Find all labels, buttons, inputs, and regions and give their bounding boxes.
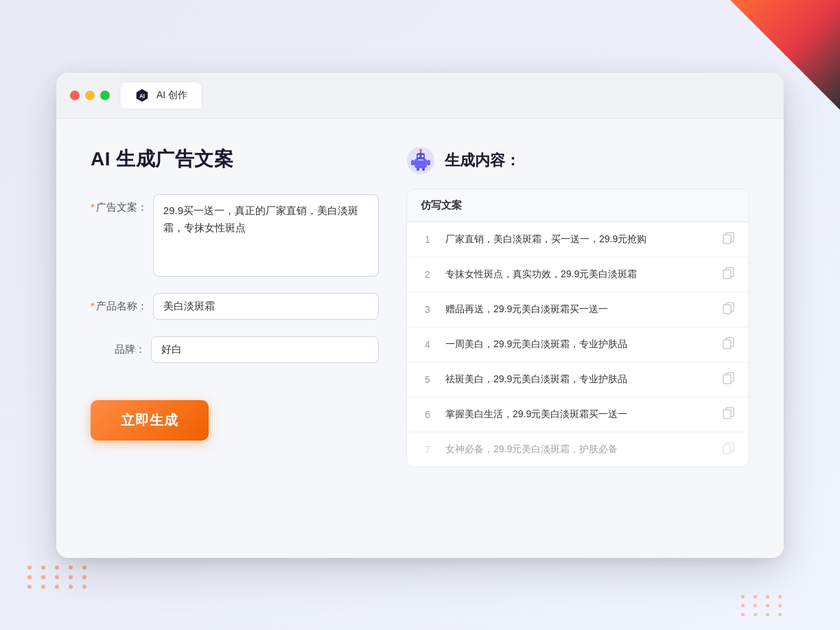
- result-rows-container: 1厂家直销，美白淡斑霜，买一送一，29.9元抢购 2专抹女性斑点，真实功效，29…: [407, 222, 749, 467]
- traffic-lights: [70, 91, 110, 100]
- svg-rect-17: [723, 270, 731, 279]
- table-row: 4一周美白，29.9元美白淡斑霜，专业护肤品: [407, 327, 749, 362]
- svg-rect-19: [723, 305, 731, 314]
- svg-rect-10: [411, 160, 415, 165]
- table-row: 7女神必备，29.9元美白淡斑霜，护肤必备: [407, 432, 749, 467]
- row-number: 6: [421, 409, 434, 420]
- result-table: 仿写文案 1厂家直销，美白淡斑霜，买一送一，29.9元抢购 2专抹女性斑点，真实…: [406, 189, 749, 467]
- active-tab[interactable]: AI AI 创作: [121, 82, 201, 108]
- row-number: 7: [421, 444, 434, 455]
- result-header: 生成内容：: [406, 146, 749, 175]
- required-mark-ad: *: [91, 201, 95, 213]
- maximize-button[interactable]: [100, 91, 110, 100]
- ad-copy-input[interactable]: 29.9买一送一，真正的厂家直销，美白淡斑霜，专抹女性斑点: [153, 194, 379, 277]
- title-bar: AI AI 创作: [56, 73, 784, 119]
- ai-tab-icon: AI: [135, 88, 150, 103]
- decorative-dots-bl: [27, 565, 91, 589]
- svg-rect-21: [723, 340, 731, 349]
- row-number: 1: [421, 234, 434, 245]
- table-row: 6掌握美白生活，29.9元美白淡斑霜买一送一: [407, 397, 749, 432]
- row-text: 女神必备，29.9元美白淡斑霜，护肤必备: [445, 442, 712, 456]
- copy-icon[interactable]: [723, 302, 735, 317]
- robot-icon: [406, 146, 435, 175]
- table-header: 仿写文案: [407, 189, 749, 222]
- svg-rect-23: [723, 375, 731, 384]
- right-panel: 生成内容： 仿写文案 1厂家直销，美白淡斑霜，买一送一，29.9元抢购 2专抹女…: [406, 146, 749, 530]
- close-button[interactable]: [70, 91, 80, 100]
- product-name-row: *产品名称：: [91, 293, 379, 320]
- ad-copy-label: *广告文案：: [91, 194, 148, 214]
- ad-copy-row: *广告文案： 29.9买一送一，真正的厂家直销，美白淡斑霜，专抹女性斑点: [91, 194, 379, 277]
- svg-rect-9: [418, 159, 423, 161]
- row-number: 4: [421, 339, 434, 350]
- copy-icon[interactable]: [723, 232, 735, 247]
- table-row: 5祛斑美白，29.9元美白淡斑霜，专业护肤品: [407, 362, 749, 397]
- row-text: 掌握美白生活，29.9元美白淡斑霜买一送一: [445, 407, 712, 421]
- product-name-input[interactable]: [153, 293, 379, 320]
- left-panel: AI 生成广告文案 *广告文案： 29.9买一送一，真正的厂家直销，美白淡斑霜，…: [91, 146, 379, 530]
- row-text: 一周美白，29.9元美白淡斑霜，专业护肤品: [445, 337, 712, 351]
- result-title: 生成内容：: [445, 150, 520, 171]
- row-text: 赠品再送，29.9元美白淡斑霜买一送一: [445, 302, 712, 316]
- generate-button[interactable]: 立即生成: [91, 400, 209, 441]
- svg-point-7: [418, 155, 420, 157]
- row-number: 5: [421, 374, 434, 385]
- row-text: 祛斑美白，29.9元美白淡斑霜，专业护肤品: [445, 372, 712, 386]
- main-content: AI 生成广告文案 *广告文案： 29.9买一送一，真正的厂家直销，美白淡斑霜，…: [56, 119, 784, 558]
- product-name-label: *产品名称：: [91, 293, 148, 313]
- copy-icon[interactable]: [723, 407, 735, 422]
- brand-label: 品牌：: [91, 336, 145, 356]
- minimize-button[interactable]: [85, 91, 95, 100]
- svg-point-8: [422, 155, 424, 157]
- copy-icon[interactable]: [723, 442, 735, 457]
- table-row: 1厂家直销，美白淡斑霜，买一送一，29.9元抢购: [407, 222, 749, 257]
- row-number: 3: [421, 304, 434, 315]
- copy-icon[interactable]: [723, 337, 735, 352]
- svg-text:AI: AI: [139, 93, 145, 99]
- svg-rect-13: [422, 167, 425, 171]
- brand-input[interactable]: [151, 336, 379, 363]
- tab-label: AI 创作: [156, 89, 187, 102]
- table-row: 2专抹女性斑点，真实功效，29.9元美白淡斑霜: [407, 257, 749, 292]
- decorative-dots-br: [741, 595, 785, 616]
- svg-rect-12: [417, 167, 419, 171]
- row-number: 2: [421, 269, 434, 280]
- svg-rect-25: [723, 410, 731, 419]
- browser-window: AI AI 创作 AI 生成广告文案 *广告文案： 29.9买一送一，真正的厂家…: [56, 73, 784, 558]
- svg-rect-15: [723, 235, 731, 244]
- copy-icon[interactable]: [723, 267, 735, 282]
- page-title: AI 生成广告文案: [91, 146, 379, 172]
- table-row: 3赠品再送，29.9元美白淡斑霜买一送一: [407, 292, 749, 327]
- svg-rect-27: [723, 445, 731, 454]
- table-header-text: 仿写文案: [421, 199, 462, 211]
- row-text: 专抹女性斑点，真实功效，29.9元美白淡斑霜: [445, 267, 712, 281]
- row-text: 厂家直销，美白淡斑霜，买一送一，29.9元抢购: [445, 232, 712, 246]
- svg-rect-11: [427, 160, 430, 165]
- copy-icon[interactable]: [723, 372, 735, 387]
- brand-row: 品牌：: [91, 336, 379, 363]
- required-mark-product: *: [91, 300, 95, 312]
- svg-point-6: [419, 149, 422, 152]
